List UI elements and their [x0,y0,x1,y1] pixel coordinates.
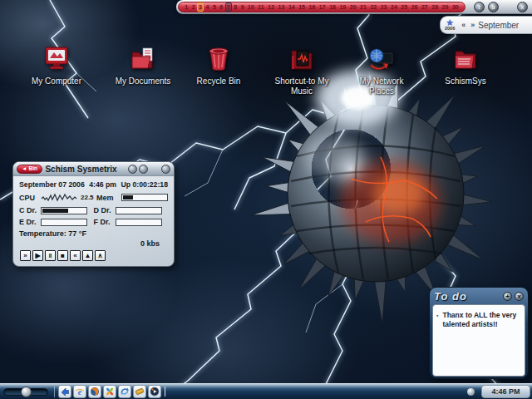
desktop-icon-my-music[interactable]: Shortcut-to My Music [267,46,337,96]
calendar-day-18[interactable]: 18 [328,2,337,12]
quicklaunch-media-player[interactable] [148,385,161,398]
calendar-day-19[interactable]: 19 [337,2,347,12]
calendar-day-14[interactable]: 14 [287,2,297,12]
media-previous-button[interactable]: « [70,250,81,261]
svg-text:e: e [78,387,82,397]
calendar-day-9[interactable]: 9 [239,2,246,12]
volume-slider[interactable] [3,388,48,396]
next-month-button[interactable]: » [470,21,475,29]
my-documents-icon [129,46,157,72]
drive-label: F Dr. [94,218,116,226]
desktop-icon-label: Recycle Bin [184,76,254,86]
prev-month-button[interactable]: « [461,21,466,29]
calendar-button-1[interactable]: t [474,2,485,12]
calendar-day-25[interactable]: 25 [399,2,409,12]
calendar-day-4[interactable]: 4 [204,2,211,12]
media-player-icon [150,387,160,397]
schismsys-icon [451,46,480,72]
calendar-day-2[interactable]: 2 [190,2,197,12]
calendar-day-26[interactable]: 26 [410,2,420,12]
calendar-day-7[interactable]: 7 [225,2,232,12]
quicklaunch-firefox[interactable] [88,385,101,398]
media-stop-button[interactable]: ■ [57,250,68,261]
calendar-day-11[interactable]: 11 [256,2,265,12]
todo-widget: To do + x ▪Thanx to ALL the very talente… [429,287,529,379]
sysmetrix-widget: ◄ Bin Schism Sysmetrix September 07 2006… [12,161,175,267]
calendar-button-2[interactable]: b [488,2,499,12]
media-eject-button[interactable]: ∧ [95,250,106,261]
calendar-day-3[interactable]: 3 [197,2,204,12]
media-play-button[interactable]: ▶ [32,250,43,261]
calendar-day-28[interactable]: 28 [430,2,440,12]
drive-d-bar [116,207,162,214]
calendar-day-1[interactable]: 1 [183,2,190,12]
desktop-icon-schismsys[interactable]: SchismSys [431,46,500,86]
calendar-day-6[interactable]: 6 [218,2,224,12]
sysmetrix-close-button[interactable] [161,165,170,174]
desktop-icon-label: My Documents [108,76,178,86]
year-label: 2006 [445,26,455,31]
desktop-icon-label: My Computer [22,76,91,86]
sysmetrix-titlebar[interactable]: ◄ Bin Schism Sysmetrix [13,162,174,176]
todo-titlebar[interactable]: To do + x [432,289,525,303]
calendar-day-10[interactable]: 10 [246,2,256,12]
calendar-day-21[interactable]: 21 [358,2,368,12]
quicklaunch-package[interactable] [133,385,146,398]
calendar-day-17[interactable]: 17 [318,2,328,12]
volume-slider-knob[interactable] [21,387,32,397]
calendar-day-20[interactable]: 20 [348,2,358,12]
todo-close-button[interactable]: x [515,292,524,301]
calendar-day-29[interactable]: 29 [441,2,451,12]
todo-title: To do [434,290,500,303]
my-music-icon [288,46,316,72]
month-panel: ★ 2006 « » September [440,16,532,34]
quicklaunch-internet-explorer[interactable]: e [73,385,86,398]
quick-launch: e [58,385,161,398]
recycle-bin-icon [204,46,233,72]
calendar-day-24[interactable]: 24 [389,2,399,12]
calendar-day-22[interactable]: 22 [368,2,378,12]
calendar-day-8[interactable]: 8 [232,2,239,12]
todo-item[interactable]: ▪Thanx to ALL the very talented artists!… [436,311,521,329]
calendar-bar: 1234567891011121314151617181920212223242… [176,0,532,14]
desktop-icon-my-documents[interactable]: My Documents [108,46,178,86]
media-controls: »▶‖■«▲∧ [19,250,168,261]
drive-label: C Dr. [19,206,41,214]
media-up-button[interactable]: ▲ [82,250,93,261]
quicklaunch-outlook[interactable] [118,385,131,398]
desktop-icon-network-places[interactable]: My Network Places [347,46,416,96]
desktop-icon-recycle-bin[interactable]: Recycle Bin [184,46,254,86]
desktop-icon-my-computer[interactable]: My Computer [22,46,91,86]
network-rate-label: 0 kbs [19,239,168,248]
media-next-button[interactable]: » [20,250,31,261]
calendar-day-5[interactable]: 5 [211,2,218,12]
calendar-close-button[interactable]: x [517,2,528,12]
calendar-day-16[interactable]: 16 [308,2,318,12]
sysmetrix-badge[interactable]: ◄ Bin [17,165,42,174]
sysmetrix-uptime: Up 0:00:22:18 [121,180,169,189]
internet-explorer-icon: e [75,387,85,397]
media-pause-button[interactable]: ‖ [45,250,56,261]
calendar-day-strip: 1234567891011121314151617181920212223242… [178,2,466,12]
todo-list[interactable]: ▪Thanx to ALL the very talented artists!… [432,304,525,377]
calendar-day-15[interactable]: 15 [297,2,307,12]
taskbar-clock[interactable]: 4:46 PM [481,385,530,398]
calendar-day-23[interactable]: 23 [379,2,389,12]
calendar-day-12[interactable]: 12 [266,2,276,12]
sysmetrix-time: 4:46 pm [89,180,116,189]
desktop-icon-label: My Network Places [347,76,416,96]
todo-add-button[interactable]: + [503,292,512,301]
taskbar-divider [54,387,55,397]
tray-indicator-icon[interactable] [467,388,475,396]
calendar-day-27[interactable]: 27 [420,2,430,12]
firefox-icon [90,387,100,397]
cpu-graph-icon [41,192,77,203]
mem-label: Mem [96,194,121,202]
calendar-day-30[interactable]: 30 [451,2,461,12]
sysmetrix-button-2[interactable] [139,165,148,174]
quicklaunch-msn-messenger[interactable] [103,385,116,398]
calendar-day-13[interactable]: 13 [277,2,287,12]
cpu-label: CPU [19,194,41,202]
quicklaunch-show-desktop[interactable] [58,385,71,398]
sysmetrix-button-1[interactable] [128,165,137,174]
